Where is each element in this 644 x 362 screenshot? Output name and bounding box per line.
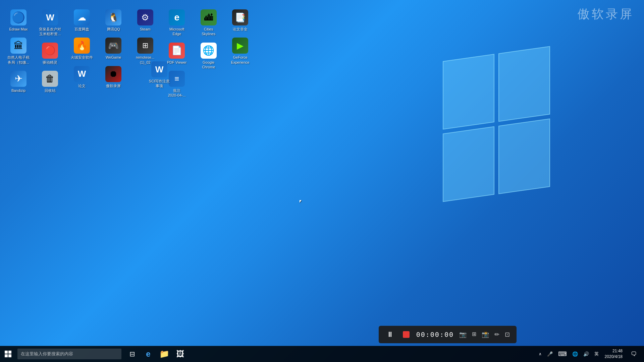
rec-tool-icons: 📷 ⊞ 📸 ✏ ⊡ (458, 329, 511, 340)
cities-label: CitiesSkylines (202, 27, 215, 37)
huohu-label: 火绒安全软件 (71, 55, 93, 60)
wegame-icon: 🎮 (105, 38, 121, 54)
desktop-icon-huohu[interactable]: 🔥 火绒安全软件 (67, 35, 97, 62)
desktop-icon-word-nong[interactable]: W 突泉县农户对玉米秸秆资... (35, 7, 65, 39)
bandizip-icon: ✈ (10, 71, 26, 87)
taskbar-task-view[interactable]: ⊟ (124, 346, 140, 362)
aosoftrec-label: 傲软录屏 (106, 83, 121, 88)
qudong-icon: 🔴 (42, 43, 58, 59)
desktop-icon-tax[interactable]: 🏛 自然人电子税务局（扣缴... (3, 35, 34, 67)
notification-button[interactable]: 🗨 (627, 347, 641, 361)
icon-column-1: 🔵 Edraw Max 🏛 自然人电子税务局（扣缴... ✈ Bandizip (3, 7, 34, 96)
desktop-icon-sci[interactable]: W SCI写作注意事项 (144, 59, 174, 91)
geforce-icon: ▶ (232, 38, 248, 54)
taskbar-unknown-icon: 🖼 (176, 349, 184, 359)
tray-date-display: 2020/4/18 (605, 354, 623, 360)
rec-screen-icon[interactable]: ⊞ (471, 329, 478, 340)
icon-column-2: W 突泉县农户对玉米秸秆资... 🔴 驱动精灵 🗑 回收站 (35, 7, 65, 96)
taskbar-folder-icon: 📁 (159, 349, 169, 359)
edge-icon: e (169, 9, 185, 25)
tray-volume-icon[interactable]: 🔊 (581, 350, 591, 358)
wegame-label: WeGame (106, 55, 121, 60)
qudong-label: 驱动精灵 (43, 60, 57, 65)
recycle-label: 回收站 (45, 88, 56, 93)
start-button[interactable] (0, 346, 16, 362)
icon-column-7: 🏙 CitiesSkylines 🌐 GoogleChrome (194, 7, 224, 73)
rec-screenshot-icon[interactable]: 📸 (480, 329, 490, 340)
huohu-icon: 🔥 (74, 38, 90, 54)
word-nong-label: 突泉县农户对玉米秸秆资... (39, 27, 61, 37)
rec-camera-icon[interactable]: 📷 (458, 329, 468, 340)
desktop-icon-chrome[interactable]: 🌐 GoogleChrome (194, 40, 224, 72)
stop-icon (403, 331, 410, 338)
tray-network-icon[interactable]: 🌐 (570, 350, 580, 358)
notification-icon: 🗨 (631, 351, 637, 358)
desktop-icon-lunwenfei[interactable]: 📑 论文非全 (225, 7, 255, 34)
taskbar-search[interactable]: 在这里输入你要搜索的内容 (17, 349, 121, 359)
baidu-label: 百度网盘 (74, 27, 89, 32)
task-view-icon: ⊟ (129, 350, 135, 358)
qq-icon: 🐧 (105, 9, 121, 25)
lunwen-icon: W (74, 66, 90, 82)
aosoftrec-icon: ⏺ (105, 66, 121, 82)
desktop-icon-wegame[interactable]: 🎮 WeGame (98, 35, 128, 62)
lunwenfei-icon: 📑 (232, 9, 248, 25)
desktop-icon-edge[interactable]: e MicrosoftEdge (162, 7, 192, 39)
search-placeholder: 在这里输入你要搜索的内容 (21, 351, 73, 357)
desktop-icon-cities[interactable]: 🏙 CitiesSkylines (194, 7, 224, 39)
lunwen-label: 论文 (78, 83, 86, 88)
tray-chevron[interactable]: ∧ (537, 350, 544, 358)
tax-label: 自然人电子税务局（扣缴... (7, 55, 30, 65)
geforce-label: GeForceExperience (231, 55, 250, 65)
lunwenfei-label: 论文非全 (233, 27, 248, 32)
rec-pen-icon[interactable]: ✏ (493, 329, 501, 340)
taskbar-pinned-apps: ⊟ e 📁 🖼 (124, 346, 189, 362)
recycle-icon: 🗑 (42, 71, 58, 87)
desktop-icon-aosoftrec[interactable]: ⏺ 傲软录屏 (98, 63, 128, 91)
tax-icon: 🏛 (10, 38, 26, 54)
tray-clock[interactable]: 21:48 2020/4/18 (602, 348, 625, 360)
recording-timer: 00:00:00 (416, 330, 454, 339)
desktop-icon-steam[interactable]: ⚙ Steam (130, 7, 160, 34)
desktop-icons-area: 🔵 Edraw Max 🏛 自然人电子税务局（扣缴... ✈ Bandizip … (0, 3, 259, 104)
chrome-icon: 🌐 (201, 43, 217, 59)
taskbar-edge[interactable]: e (140, 346, 156, 362)
icon-column-3: ☁ 百度网盘 🔥 火绒安全软件 W 论文 (67, 7, 97, 92)
chrome-label: GoogleChrome (202, 60, 215, 70)
word-nong-icon: W (42, 9, 58, 25)
desktop-icon-recycle[interactable]: 🗑 回收站 (35, 68, 65, 96)
desktop-icon-bandizip[interactable]: ✈ Bandizip (3, 68, 34, 96)
steam-icon: ⚙ (137, 9, 153, 25)
stop-button[interactable] (400, 328, 412, 341)
start-icon (5, 351, 11, 357)
desktop-icon-qq[interactable]: 🐧 腾讯QQ (98, 7, 128, 34)
pause-button[interactable]: ⏸ (384, 328, 396, 341)
pdfviewer-icon: 📄 (169, 43, 185, 59)
sci-icon: W (151, 61, 167, 77)
sci-icon-container[interactable]: W SCI写作注意事项 (144, 59, 174, 92)
qq-label: 腾讯QQ (107, 27, 120, 32)
tray-keyboard-icon[interactable]: ⌨ (556, 349, 569, 359)
taskbar: 在这里输入你要搜索的内容 ⊟ e 📁 🖼 ∧ 🎤 ⌨ 🌐 🔊 英 21:48 2… (0, 346, 644, 362)
icon-column-4: 🐧 腾讯QQ 🎮 WeGame ⏺ 傲软录屏 (98, 7, 128, 92)
cities-icon: 🏙 (201, 9, 217, 25)
desktop-icon-geforce[interactable]: ▶ GeForceExperience (225, 35, 255, 67)
tray-mic-icon[interactable]: 🎤 (545, 350, 555, 358)
rec-fullscreen-icon[interactable]: ⊡ (503, 329, 511, 340)
tray-time-display: 21:48 (605, 348, 623, 354)
icon-column-8: 📑 论文非全 ▶ GeForceExperience (225, 7, 255, 68)
taskbar-unknown-app[interactable]: 🖼 (172, 346, 189, 362)
edraw-icon: 🔵 (10, 9, 26, 25)
tray-language[interactable]: 英 (592, 350, 601, 358)
desktop-icon-edraw-max[interactable]: 🔵 Edraw Max (3, 7, 34, 34)
taskbar-file-explorer[interactable]: 📁 (156, 346, 172, 362)
edraw-label: Edraw Max (9, 27, 28, 32)
desktop-icon-baidu[interactable]: ☁ 百度网盘 (67, 7, 97, 34)
baidu-icon: ☁ (74, 9, 90, 25)
system-tray: ∧ 🎤 ⌨ 🌐 🔊 英 21:48 2020/4/18 🗨 (537, 347, 644, 361)
steam-label: Steam (140, 27, 151, 32)
desktop-icon-qudong[interactable]: 🔴 驱动精灵 (35, 40, 65, 67)
taskbar-edge-icon: e (146, 349, 150, 359)
desktop-icon-lunwen[interactable]: W 论文 (67, 63, 97, 91)
edge-label: MicrosoftEdge (169, 27, 184, 37)
